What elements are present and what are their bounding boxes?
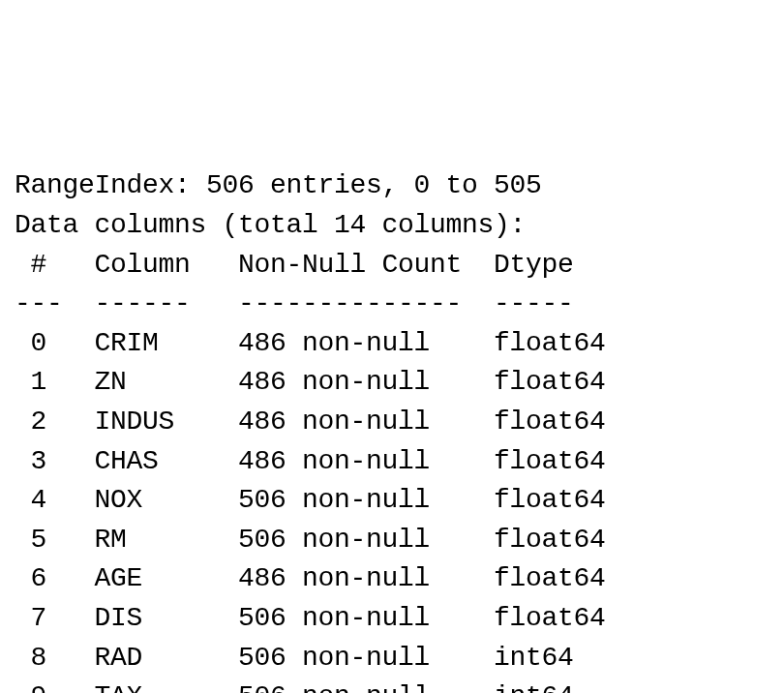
table-row: 3 CHAS 486 non-null float64 bbox=[15, 442, 769, 482]
table-row: 2 INDUS 486 non-null float64 bbox=[15, 403, 769, 442]
table-row: 1 ZN 486 non-null float64 bbox=[15, 363, 769, 403]
table-row: 7 DIS 506 non-null float64 bbox=[15, 599, 769, 639]
table-row: 6 AGE 486 non-null float64 bbox=[15, 559, 769, 599]
table-row: 0 CRIM 486 non-null float64 bbox=[15, 324, 769, 364]
table-row: 5 RM 506 non-null float64 bbox=[15, 521, 769, 560]
table-row: 9 TAX 506 non-null int64 bbox=[15, 678, 769, 693]
data-columns-line: Data columns (total 14 columns): bbox=[15, 206, 769, 246]
table-row: 8 RAD 506 non-null int64 bbox=[15, 639, 769, 678]
table-header-separator: --- ------ -------------- ----- bbox=[15, 285, 769, 324]
range-index-line: RangeIndex: 506 entries, 0 to 505 bbox=[15, 166, 769, 206]
table-header: # Column Non-Null Count Dtype bbox=[15, 246, 769, 286]
table-row: 4 NOX 506 non-null float64 bbox=[15, 481, 769, 521]
